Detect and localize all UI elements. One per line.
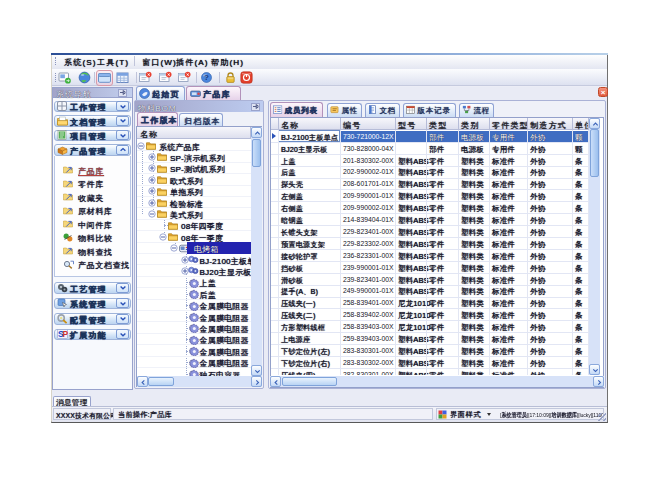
svg-text:?: ?	[204, 73, 209, 82]
svg-text:P: P	[63, 329, 68, 339]
